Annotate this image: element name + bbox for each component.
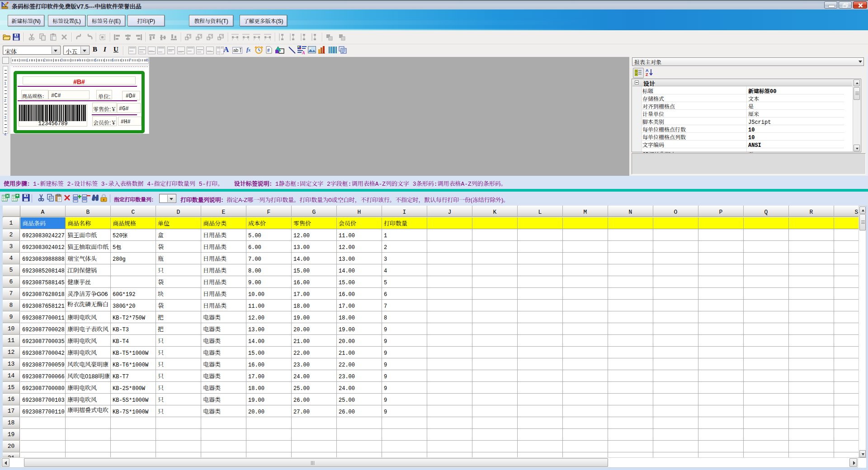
svg-text:A: A [302,50,305,54]
svg-text:ab: ab [233,48,239,53]
svg-text:#: # [267,48,270,53]
svg-text:Z: Z [646,72,648,77]
